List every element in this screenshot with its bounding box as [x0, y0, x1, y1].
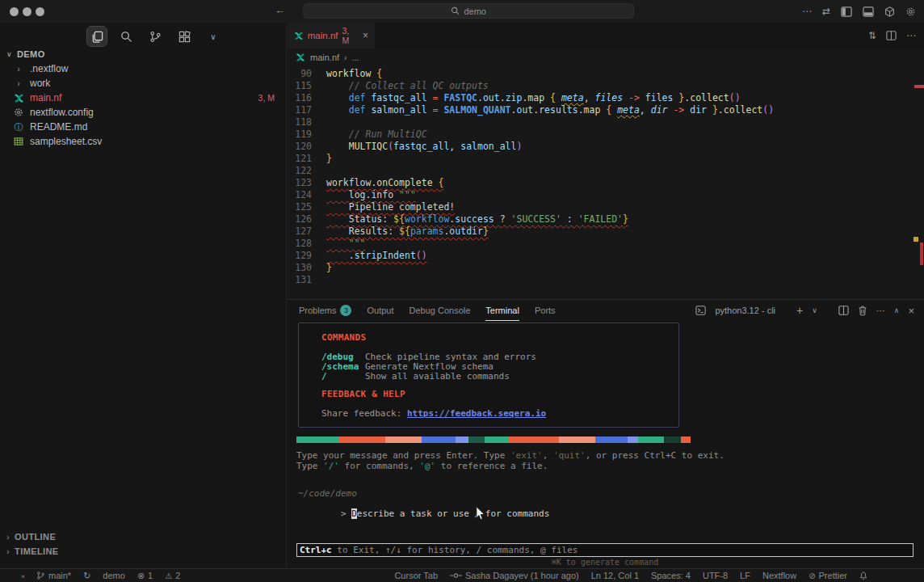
- settings-gear-icon[interactable]: [905, 6, 916, 17]
- status-item-nextflow[interactable]: Nextflow: [762, 571, 796, 580]
- chevron-up-icon[interactable]: ∧: [894, 306, 900, 314]
- terminal-icon: [695, 306, 706, 315]
- code-editor[interactable]: 90workflow {115 // Collect all QC output…: [288, 68, 924, 299]
- line-number: 126: [288, 213, 312, 226]
- command-center-search[interactable]: demo: [303, 3, 634, 19]
- titlebar: ← demo ⋯ ⇄: [0, 0, 924, 23]
- source-control-icon[interactable]: [145, 27, 165, 46]
- breadcrumb[interactable]: main.nf › ...: [288, 48, 924, 66]
- close-icon[interactable]: ×: [363, 30, 368, 41]
- search-icon[interactable]: [116, 27, 136, 46]
- tree-item-samplesheet-csv[interactable]: samplesheet.csv: [0, 134, 286, 149]
- status-item-1[interactable]: ⊗1: [137, 571, 153, 581]
- window-maximize-button[interactable]: [36, 7, 44, 16]
- code-line-116: 116 def fastqc_all = FASTQC.out.zip.map …: [288, 92, 924, 104]
- line-number: 129: [288, 250, 312, 262]
- line-content: Results: ${params.outdir}: [312, 226, 489, 238]
- tree-item--nextflow[interactable]: ›.nextflow: [0, 61, 286, 76]
- tree-item-work[interactable]: ›work: [0, 76, 286, 91]
- explorer-folder-header[interactable]: ∨ DEMO: [0, 47, 286, 61]
- status-item-main-[interactable]: main*: [36, 571, 71, 580]
- toggle-panel-icon[interactable]: [863, 6, 874, 17]
- code-line-125: 125 Pipeline completed!: [288, 201, 924, 213]
- command-name: /: [321, 372, 365, 382]
- close-panel-icon[interactable]: ×: [908, 305, 914, 317]
- code-line-130: 130}: [288, 262, 924, 274]
- window-minimize-button[interactable]: [23, 7, 32, 16]
- panel-tab-debug-console[interactable]: Debug Console: [410, 300, 471, 321]
- chevron-down-icon[interactable]: ∨: [812, 306, 817, 314]
- trash-icon[interactable]: [858, 306, 867, 316]
- colorbar-segment: [296, 436, 339, 443]
- status-item-spaces-4[interactable]: Spaces: 4: [651, 571, 691, 580]
- line-number: 123: [288, 177, 312, 189]
- file-tree: ›.nextflow›workmain.nf3, Mnextflow.confi…: [0, 61, 286, 149]
- problems-count-badge: 3: [340, 305, 351, 316]
- ctrl-c-hint: Ctrl+c: [300, 545, 332, 555]
- panel-tab-ports[interactable]: Ports: [535, 300, 556, 321]
- code-line-127: 127 Results: ${params.outdir}: [288, 226, 924, 238]
- status-item-sync-icon[interactable]: ↻: [83, 571, 90, 581]
- status-item-bell-icon[interactable]: [859, 571, 867, 580]
- files-icon[interactable]: [87, 27, 107, 46]
- status-item-remote-icon[interactable]: ›‹: [21, 571, 24, 580]
- branch-icon: [36, 571, 45, 580]
- split-terminal-icon[interactable]: [838, 306, 849, 315]
- toggle-sidebar-icon[interactable]: [841, 6, 852, 17]
- chevron-down-icon[interactable]: ∨: [204, 27, 223, 46]
- status-item-prettier[interactable]: ⊘Prettier: [808, 571, 847, 580]
- timeline-section[interactable]: › TIMELINE: [0, 544, 286, 559]
- error-icon: ⊗: [137, 571, 145, 581]
- feedback-link[interactable]: https://feedback.seqera.io: [407, 408, 546, 419]
- panel-tab-output[interactable]: Output: [367, 300, 393, 321]
- tab-main-nf[interactable]: main.nf 3, M ×: [288, 23, 375, 48]
- terminal-prompt[interactable]: > Describe a task or use / for commands: [298, 498, 549, 529]
- tree-item-nextflow-config[interactable]: nextflow.config: [0, 105, 286, 120]
- terminal-session-name[interactable]: python3.12 - cli: [715, 306, 775, 315]
- line-content: // Run MultiQC: [312, 129, 427, 141]
- status-item-2[interactable]: ⚠2: [165, 571, 180, 580]
- info-icon: ⓘ: [13, 121, 24, 133]
- split-editor-icon[interactable]: [886, 31, 897, 40]
- terminal-input-hint-box[interactable]: Ctrl+c to Exit, ↑/↓ for history, / comma…: [296, 543, 914, 557]
- gear-icon: [13, 108, 24, 117]
- more-actions-icon[interactable]: ⋯: [876, 306, 885, 316]
- more-actions-icon[interactable]: ⋯: [906, 30, 916, 41]
- swap-arrows-icon[interactable]: ⇄: [822, 6, 830, 17]
- line-number: 117: [288, 104, 312, 116]
- colorbar-segment: [339, 436, 385, 443]
- more-actions-icon[interactable]: ⋯: [802, 6, 812, 17]
- tree-item-main-nf[interactable]: main.nf3, M: [0, 91, 286, 105]
- panel-tab-terminal[interactable]: Terminal: [485, 300, 519, 321]
- swap-vertical-icon[interactable]: ⇅: [868, 30, 876, 41]
- line-content: [312, 274, 326, 286]
- tree-item-readme-md[interactable]: ⓘREADME.md: [0, 120, 286, 134]
- code-line-129: 129 .stripIndent(): [288, 250, 924, 262]
- bottom-panel: Problems3OutputDebug ConsoleTerminalPort…: [288, 299, 924, 568]
- cube-icon[interactable]: [884, 6, 895, 17]
- new-terminal-button[interactable]: +: [796, 304, 803, 317]
- panel-tab-problems[interactable]: Problems3: [299, 300, 351, 321]
- code-line-118: 118: [288, 116, 924, 129]
- status-item-sasha-dagayev-1-hour-ago-[interactable]: Sasha Dagayev (1 hour ago): [450, 571, 579, 580]
- overview-ruler-warning-mark: [914, 237, 918, 242]
- status-item-lf[interactable]: LF: [740, 571, 750, 580]
- warning-icon: ⚠: [165, 571, 172, 580]
- colorbar-segment: [595, 436, 628, 443]
- colorbar-segment: [628, 436, 638, 443]
- status-item-cursor-tab[interactable]: Cursor Tab: [394, 571, 438, 580]
- status-item-utf-8[interactable]: UTF-8: [703, 571, 728, 580]
- window-close-button[interactable]: [10, 7, 19, 16]
- status-item-ln-12-col-1[interactable]: Ln 12, Col 1: [591, 571, 639, 580]
- code-line-117: 117 def salmon_all = SALMON_QUANT.out.re…: [288, 104, 924, 116]
- status-item-demo[interactable]: demo: [103, 571, 125, 580]
- panel-tabs: Problems3OutputDebug ConsoleTerminalPort…: [299, 300, 556, 321]
- outline-section[interactable]: › OUTLINE: [0, 529, 286, 544]
- extensions-icon[interactable]: [174, 27, 194, 46]
- line-content: // Collect all QC outputs: [312, 80, 489, 92]
- hint-line: Type '/' for commands, '@' to reference …: [296, 462, 724, 472]
- chevron-right-icon: ›: [13, 78, 24, 88]
- back-arrow-icon[interactable]: ←: [275, 4, 285, 16]
- code-line-124: 124 log.info """: [288, 189, 924, 201]
- line-number: 115: [288, 80, 312, 92]
